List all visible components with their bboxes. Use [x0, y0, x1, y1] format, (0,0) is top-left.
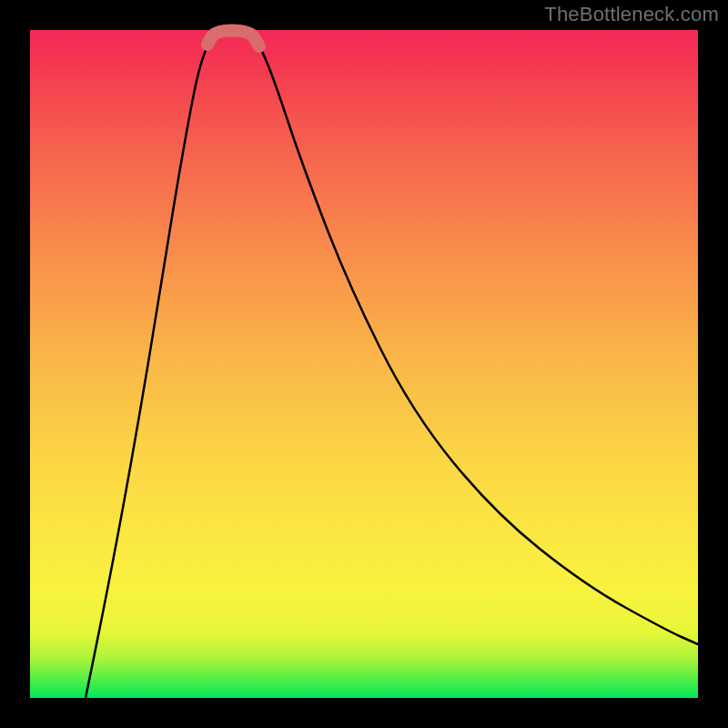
curve-left-branch: [86, 33, 217, 698]
plot-area: [30, 30, 698, 698]
watermark-text: TheBottleneck.com: [544, 3, 719, 26]
curve-bottom-highlight: [207, 31, 259, 46]
curve-right-branch: [248, 33, 698, 644]
outer-frame: TheBottleneck.com: [0, 0, 728, 728]
curve-svg: [30, 30, 698, 698]
